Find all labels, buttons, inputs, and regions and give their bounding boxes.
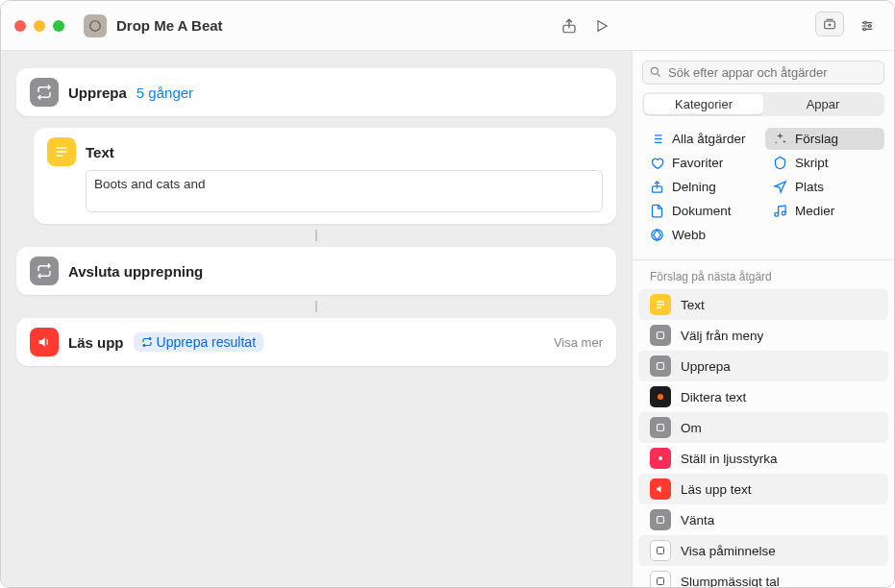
- divider: [633, 259, 894, 260]
- minimize-window-button[interactable]: [34, 20, 45, 32]
- zoom-window-button[interactable]: [53, 20, 64, 32]
- suggestion-label: Text: [681, 298, 705, 312]
- search-field[interactable]: [642, 61, 884, 85]
- svg-point-15: [659, 456, 662, 460]
- show-more-button[interactable]: Visa mer: [554, 335, 603, 350]
- svg-point-6: [651, 67, 658, 74]
- suggestion-label: Diktera text: [681, 390, 746, 404]
- repeat-title: Upprepa: [68, 85, 127, 101]
- suggestion-item[interactable]: Diktera text: [638, 381, 888, 412]
- suggestions-header: Förslag på nästa åtgärd: [633, 268, 894, 289]
- variable-token-label: Upprepa resultat: [157, 334, 257, 350]
- suggestion-label: Upprepa: [681, 359, 731, 374]
- repeat-count[interactable]: 5 gånger: [137, 85, 193, 101]
- svg-point-0: [90, 20, 101, 31]
- repeat-icon: [30, 257, 59, 285]
- suggestion-item[interactable]: Text: [638, 289, 888, 320]
- text-title: Text: [86, 144, 114, 160]
- suggestion-icon: [650, 540, 671, 561]
- shortcut-icon: [84, 14, 107, 37]
- suggestion-icon: [650, 417, 671, 438]
- run-button[interactable]: [585, 12, 618, 40]
- suggestion-icon: [650, 448, 671, 469]
- svg-point-13: [658, 394, 663, 400]
- seg-apps[interactable]: Appar: [763, 94, 883, 114]
- suggestion-label: Ställ in ljusstyrka: [681, 452, 778, 466]
- suggestion-icon: [650, 386, 671, 407]
- svg-rect-12: [658, 363, 664, 370]
- cat-all-actions[interactable]: Alla åtgärder: [642, 128, 761, 150]
- titlebar: Drop Me A Beat: [1, 1, 894, 51]
- end-repeat-title: Avsluta upprepning: [68, 263, 203, 280]
- suggestion-icon: [650, 355, 671, 377]
- svg-point-4: [868, 24, 871, 27]
- cat-media[interactable]: Medier: [765, 200, 884, 222]
- close-window-button[interactable]: [14, 20, 26, 32]
- svg-rect-16: [658, 517, 664, 524]
- suggestion-item[interactable]: Välj från meny: [638, 320, 888, 351]
- suggestion-item[interactable]: Om: [638, 412, 888, 443]
- cat-web[interactable]: Webb: [642, 224, 761, 246]
- variable-token[interactable]: Upprepa resultat: [134, 332, 264, 352]
- suggestion-icon: [650, 571, 671, 588]
- share-button[interactable]: [553, 12, 585, 40]
- suggestion-item[interactable]: Ställ in ljusstyrka: [638, 443, 888, 474]
- suggestion-item[interactable]: Slumpmässigt tal: [638, 566, 888, 588]
- category-list: Alla åtgärder Förslag Favoriter Skript D…: [633, 126, 894, 256]
- suggestion-label: Slumpmässigt tal: [681, 575, 780, 589]
- connector-line: [315, 230, 317, 241]
- connector-line: [315, 301, 317, 312]
- suggestion-item[interactable]: Läs upp text: [638, 474, 888, 504]
- sidebar: Kategorier Appar Alla åtgärder Förslag F…: [632, 51, 894, 588]
- suggestion-item[interactable]: Vänta: [638, 504, 888, 535]
- suggestion-icon: [650, 478, 671, 500]
- suggestions-list: TextVälj från menyUpprepaDiktera textOmS…: [633, 289, 894, 588]
- svg-rect-17: [658, 548, 664, 554]
- suggestion-icon: [650, 294, 671, 315]
- seg-categories[interactable]: Kategorier: [644, 94, 763, 114]
- library-button[interactable]: [815, 12, 844, 37]
- speak-title: Läs upp: [68, 334, 124, 351]
- text-action[interactable]: Text Boots and cats and: [34, 128, 616, 224]
- cat-suggestions[interactable]: Förslag: [765, 128, 884, 150]
- text-icon: [47, 137, 76, 166]
- suggestion-item[interactable]: Upprepa: [638, 351, 888, 381]
- segmented-control: Kategorier Appar: [642, 92, 884, 116]
- speaker-icon: [30, 328, 59, 356]
- suggestion-label: Vänta: [681, 513, 714, 527]
- search-icon: [649, 65, 662, 79]
- workflow-canvas[interactable]: Upprepa 5 gånger Text Boots and cats and: [1, 51, 632, 588]
- svg-rect-18: [658, 578, 664, 585]
- search-input[interactable]: [642, 61, 884, 85]
- suggestion-label: Välj från meny: [681, 329, 763, 343]
- svg-point-3: [864, 21, 867, 24]
- cat-favorites[interactable]: Favoriter: [642, 152, 761, 174]
- window-controls: [14, 20, 64, 32]
- repeat-icon: [30, 78, 59, 107]
- svg-rect-11: [658, 332, 664, 339]
- end-repeat-action[interactable]: Avsluta upprepning: [16, 247, 616, 295]
- window-title: Drop Me A Beat: [116, 17, 223, 34]
- cat-documents[interactable]: Dokument: [642, 200, 761, 222]
- svg-point-5: [863, 28, 866, 31]
- suggestion-label: Visa påminnelse: [681, 544, 776, 558]
- cat-scripting[interactable]: Skript: [765, 152, 884, 174]
- suggestion-icon: [650, 509, 671, 530]
- suggestion-label: Om: [681, 421, 702, 435]
- suggestion-icon: [650, 325, 671, 346]
- suggestion-label: Läs upp text: [681, 482, 752, 497]
- speak-action[interactable]: Läs upp Upprepa resultat Visa mer: [16, 318, 616, 366]
- suggestion-item[interactable]: Visa påminnelse: [638, 535, 888, 566]
- repeat-action[interactable]: Upprepa 5 gånger: [16, 68, 616, 116]
- settings-button[interactable]: [854, 12, 881, 40]
- svg-rect-14: [658, 425, 664, 431]
- svg-point-8: [775, 212, 779, 216]
- svg-point-9: [782, 211, 785, 215]
- text-content-input[interactable]: Boots and cats and: [86, 170, 603, 212]
- cat-location[interactable]: Plats: [765, 176, 884, 198]
- cat-sharing[interactable]: Delning: [642, 176, 761, 198]
